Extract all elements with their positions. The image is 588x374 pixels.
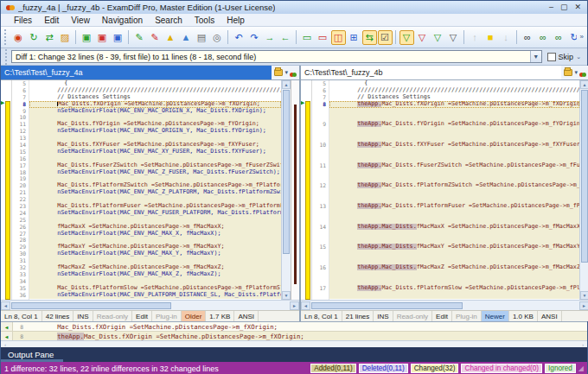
print-preview-icon[interactable]: ◎ [210,30,225,45]
left-code-line[interactable]: // Distances Settings [29,94,281,101]
scroll-left-icon[interactable]: ‹ [1,342,10,347]
prev-diff-icon[interactable]: ← [278,30,293,45]
scroll-up-icon[interactable]: ▲ [580,80,588,89]
left-code[interactable]: { //////////////////////////////////////… [29,80,281,300]
right-code-line[interactable]: theApp.Mac_Dists.fPlatformZSwitch =SetMa… [329,182,579,189]
resize-grip-icon[interactable]: ◢ [578,364,584,372]
grid-view-icon[interactable]: ⊞ [347,30,361,45]
scroll-down-icon[interactable]: ▼ [580,291,588,300]
detail-row[interactable]: ◀8 Mac_Dists.fXOrigin =SetMachine.pDista… [1,322,587,332]
left-code-line[interactable]: Mac_Dists.fXOrigin =SetMachine.pDistance… [29,101,281,108]
right-code-line[interactable] [329,128,579,135]
open-file-icon[interactable] [564,69,572,76]
left-code-line[interactable]: fMacMaxY =SetMachine.pDistancesPage->m_f… [29,244,281,250]
show-second-pane-icon[interactable]: ▭ [316,30,330,45]
right-code-line[interactable] [329,278,579,285]
merge-to-first-icon[interactable]: ◀ [1,332,13,340]
left-code-line[interactable]: fMacMaxZ =SetMachine.pDistancesPage->m_f… [29,264,281,271]
left-code-line[interactable]: Mac_Dists.fXYFuser =SetMachine.pDistance… [29,142,281,149]
left-code-line[interactable]: fMacMaxX =SetMachine.pDistancesPage->m_f… [29,224,281,231]
right-vscroll-thumb[interactable] [581,90,588,263]
current-change-icon[interactable]: ■ [483,30,498,45]
recompare-icon[interactable]: ↻ [27,30,42,45]
snapshot-first-icon[interactable]: ▲ [163,30,178,45]
filter-all-icon[interactable]: ▽ [399,30,414,45]
right-code-line[interactable] [329,231,579,238]
right-code-line[interactable] [329,237,579,244]
close-button[interactable]: ✕ [574,1,581,14]
left-code-line[interactable]: nSetMacEnvirFloat(MAC_ENV_MAC_Z_PLATFORM… [29,189,281,196]
left-code-line[interactable]: Mac_Dists.fPlatformSlow =SetMachine.pDis… [29,285,281,292]
left-code-line[interactable] [29,257,281,264]
left-code-line[interactable]: Mac_Dists.fYOrigin =SetMachine.pDistance… [29,121,281,128]
left-code-line[interactable]: nSetMacEnvirFloat(MAC_ENV_PLATFORM_DISTA… [29,292,281,299]
right-code-line[interactable]: theApp.Mac_Dists.fXYFuser =SetMachine.pD… [329,142,579,149]
right-code-line[interactable] [329,169,579,176]
find-prev-icon[interactable]: ∞ [552,30,566,45]
diff-bar-options-icon[interactable]: ⌄ [573,54,584,60]
right-code-line[interactable] [329,257,579,264]
menu-edit[interactable]: Edit [38,14,65,27]
menu-view[interactable]: View [65,14,96,27]
scroll-left-icon[interactable]: ◄ [1,301,10,310]
right-vertical-scrollbar[interactable]: ▲ ▼ [579,80,588,300]
find-icon[interactable]: ∞ [521,30,535,45]
left-code-line[interactable]: Mac_Dists.fPlatformZSwitch =SetMachine.p… [29,182,281,189]
scroll-right-icon[interactable]: ► [579,301,588,310]
right-code-line[interactable] [329,196,579,203]
right-code-line[interactable]: // Distances Settings [329,94,579,101]
left-code-line[interactable]: nSetMacEnvirFloat(MAC_ENV_MAC_XY_FUSER, … [29,149,281,155]
right-code-line[interactable] [329,250,579,257]
left-code-line[interactable]: nSetMacEnvirFloat(MAC_ENV_MAC_Z_FUSER, M… [29,169,281,176]
menu-navigation[interactable]: Navigation [96,14,149,27]
left-vertical-scrollbar[interactable]: ▲ ▼ [281,80,291,300]
right-code-line[interactable]: theApp.Mac_Dists.fXOrigin =SetMachine.pD… [329,101,579,108]
menu-files[interactable]: Files [8,14,38,27]
right-code-line[interactable] [329,217,579,224]
left-code-line[interactable] [29,155,281,162]
skip-checkbox[interactable]: Skip [547,53,574,61]
scroll-down-icon[interactable]: ▼ [282,291,291,300]
left-code-line[interactable] [29,237,281,244]
compare-files-icon[interactable]: ◉ [11,30,26,45]
diff-combo[interactable]: Diff 1: Change 32 lines (8 - 39, first f… [11,50,542,63]
menu-help[interactable]: Help [220,14,251,27]
right-code[interactable]: { //////////////////////////////////////… [329,80,579,300]
sync-panes-icon[interactable]: ⇆ [362,30,377,45]
right-code-line[interactable]: theApp.Mac_Dists.fMacMaxZ =SetMachine.pD… [329,264,579,271]
left-code-line[interactable]: ////////////////////////////////////////… [29,87,281,94]
left-code-line[interactable] [29,278,281,285]
open-file-icon[interactable] [274,69,283,76]
left-code-line[interactable]: nSetMacEnvirFloat(MAC_ENV_MAC_MAX_Z, fMa… [29,271,281,278]
left-code-line[interactable]: nSetMacEnvirFloat(MAC_ENV_MAC_FUSER_PLAT… [29,210,281,217]
filter-find-icon[interactable]: ▽ [446,30,461,45]
right-code-line[interactable] [329,108,579,115]
diff-bar-grip[interactable] [5,49,9,65]
filter-second-icon[interactable]: ▽ [431,30,445,45]
left-code-line[interactable] [29,217,281,224]
compare-icon[interactable] [579,65,586,80]
detail-horizontal-scrollbar[interactable]: ‹ › [1,340,587,347]
compare-icon[interactable] [290,65,297,80]
left-hscroll-thumb[interactable] [11,302,171,309]
right-code-line[interactable]: theApp.Mac_Dists.fMacMaxY =SetMachine.pD… [329,244,579,250]
maximize-button[interactable]: ▢ [560,1,568,14]
toolbar-grip[interactable] [4,29,8,45]
left-code-line[interactable]: { [29,80,281,87]
find-next-icon[interactable]: ∞ [536,30,551,45]
left-code-line[interactable]: nSetMacEnvirFloat(MAC_ENV_MAC_MAX_X, fMa… [29,231,281,238]
right-code-line[interactable]: theApp.Mac_Dists.fPlatformSlow =SetMachi… [329,285,579,292]
right-code-line[interactable]: theApp.Mac_Dists.fFuserZSwitch =SetMachi… [329,162,579,169]
left-code-line[interactable] [29,114,281,121]
right-code-line[interactable] [329,271,579,278]
show-differences-icon[interactable]: ☑ [378,30,393,45]
skip-checkbox-box[interactable] [547,53,556,61]
left-code-line[interactable]: nSetMacEnvirFloat(MAC_ENV_MAC_ORIGIN_X, … [29,108,281,115]
left-code-line[interactable] [29,175,281,182]
merge-to-first-icon[interactable]: ◀ [1,322,13,331]
auto-recompare-icon[interactable]: ↻ [567,30,577,45]
right-code-line[interactable] [329,149,579,155]
right-code-line[interactable] [329,155,579,162]
scroll-left-icon[interactable]: ◄ [301,301,310,310]
right-code-line[interactable] [329,175,579,182]
